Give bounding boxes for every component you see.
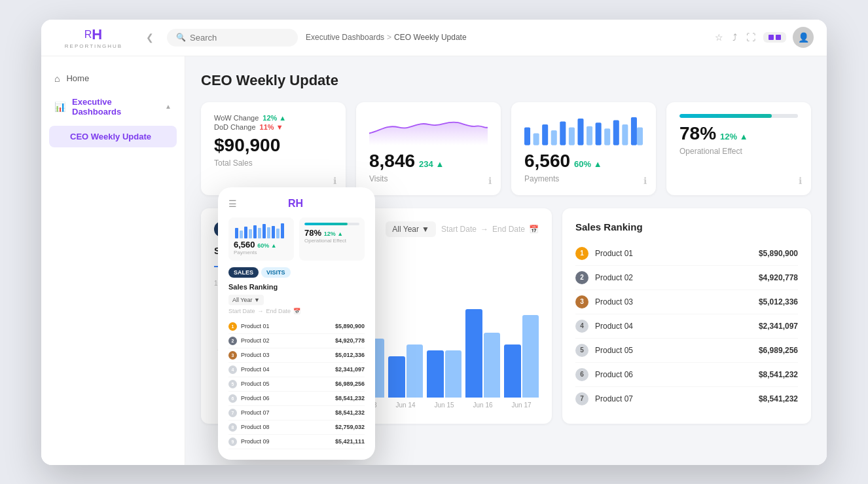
mobile-progress-fill [304,223,348,225]
mobile-rank-row-2: 2 Product 02 $4,920,778 [228,334,365,348]
rank-badge-5: 5 [575,344,588,357]
operational-progress-fill [679,114,772,118]
ranking-row-4: 4 Product 04 $2,341,097 [575,314,798,339]
expand-icon[interactable]: ⛶ [745,31,757,44]
rank-badge-7: 7 [575,392,588,405]
kpi-main-value-payments: 6,560 60% ▲ [524,151,643,172]
mobile-arrow: → [258,308,264,314]
collapse-sidebar-button[interactable]: ❮ [141,29,159,45]
visits-sparkline [369,114,488,147]
breadcrumb-separator: > [387,33,391,42]
ranking-row-5: 5 Product 05 $6,989,256 [575,339,798,363]
rank-name-5: Product 05 [595,346,759,355]
kpi-card-total-sales: WoW Change 12% ▲ DoD Change 11% ▼ $90,90… [201,102,346,195]
mobile-year-select[interactable]: All Year ▼ [228,295,264,305]
kpi-label-operational: Operational Effect [679,147,798,156]
rank-badge-1: 1 [575,247,588,260]
kpi-sub-visits: 234 ▲ [419,159,444,169]
sidebar-label-home: Home [66,73,89,83]
kpi-main-value-sales: $90,900 [214,135,333,156]
main-layout: ⌂ Home 📊 Executive Dashboards ▲ CEO Week… [41,56,827,465]
kpi-sub-payments: 60% ▲ [574,159,602,169]
svg-rect-3 [551,130,557,145]
avatar[interactable]: 👤 [793,27,814,48]
sidebar-item-home[interactable]: ⌂ Home [41,67,185,90]
kpi-main-value-operational: 78% 12% ▲ [679,123,798,144]
star-icon[interactable]: ☆ [714,31,725,44]
rank-badge-3: 3 [575,295,588,308]
top-actions: ☆ ⤴ ⛶ 👤 [714,27,814,48]
operational-progress-bar [679,114,798,118]
year-select[interactable]: All Year ▼ [386,221,436,237]
rank-name-1: Product 01 [595,249,759,258]
mobile-rank-val-8: $2,759,032 [335,424,365,430]
mobile-rank-name-2: Product 02 [241,337,335,344]
svg-rect-4 [560,121,566,145]
svg-rect-2 [542,124,548,145]
kpi-wow-label: WoW Change [214,114,259,122]
mobile-rank-name-4: Product 04 [241,366,335,373]
mobile-tab-visits[interactable]: VISITS [261,267,291,278]
mobile-rank-val-3: $5,012,336 [335,352,365,358]
info-icon-operational[interactable]: ℹ [799,176,802,186]
dashboards-icon: 📊 [54,102,65,112]
mobile-ranking-list: 1 Product 01 $5,890,900 2 Product 02 $4,… [228,320,365,449]
rank-value-1: $5,890,900 [759,249,798,258]
rank-value-4: $2,341,097 [759,322,798,331]
kpi-main-value-visits: 8,846 234 ▲ [369,151,488,172]
mobile-menu-icon: ☰ [228,198,237,209]
kpi-sub-operational: 12% ▲ [720,132,748,141]
mobile-rank-name-9: Product 09 [241,438,335,445]
mobile-operational-label: Operational Effect [304,238,359,244]
bar-group-7 [504,315,539,398]
mobile-rank-row-3: 3 Product 03 $5,012,336 [228,348,365,363]
mobile-kpi-operational: 78% 12% ▲ Operational Effect [299,217,365,261]
svg-rect-1 [533,133,539,145]
bar-prev-4 [407,344,424,398]
mobile-rank-8: 8 [228,423,237,432]
sidebar-item-executive-dashboards[interactable]: 📊 Executive Dashboards ▲ [41,90,185,123]
start-date-label[interactable]: Start Date [441,225,477,234]
mobile-rank-row-9: 9 Product 09 $5,421,111 [228,435,365,449]
share-icon[interactable]: ⤴ [731,31,738,44]
mobile-rank-3: 3 [228,351,237,360]
info-icon-payments[interactable]: ℹ [643,176,647,186]
bar-label-6: Jun 16 [465,401,500,409]
svg-rect-14 [235,228,238,238]
mobile-payments-val: 6,560 60% ▲ [234,240,289,250]
svg-rect-8 [596,122,602,145]
layout-toggle-button[interactable] [763,32,786,43]
info-icon-sales[interactable]: ℹ [333,176,336,186]
svg-rect-9 [604,128,610,145]
mobile-tab-sales[interactable]: SALES [228,267,259,278]
svg-rect-10 [613,120,619,145]
mobile-rank-name-6: Product 06 [241,395,335,401]
mobile-preview: ☰ RH [218,187,375,460]
bar-label-4: Jun 14 [388,401,423,409]
mobile-rank-val-1: $5,890,900 [335,323,365,329]
kpi-dod-row: DoD Change 11% ▼ [214,123,333,131]
bar-current-4 [388,356,405,398]
logo-h: H [92,26,103,43]
breadcrumb: Executive Dashboards > CEO Weekly Update [306,33,467,42]
search-bar[interactable]: 🔍 [167,29,298,47]
sidebar-subitem-ceo-weekly[interactable]: CEO Weekly Update [49,126,177,147]
end-date-label[interactable]: End Date [492,225,525,234]
rank-value-7: $8,541,232 [759,394,798,403]
sidebar-label-exec-dash: Executive Dashboards [72,97,158,117]
mobile-date-range: Start Date → End Date 📅 [228,308,365,314]
mobile-logo: RH [288,198,303,210]
info-icon-visits[interactable]: ℹ [488,176,492,186]
content-area: CEO Weekly Update WoW Change 12% ▲ DoD C… [185,56,827,465]
mobile-rank-row-8: 8 Product 08 $2,759,032 [228,420,365,435]
mobile-operational-val: 78% 12% ▲ [304,228,359,238]
kpi-wow-value: 12% ▲ [262,114,286,122]
kpi-dod-label: DoD Change [214,123,256,131]
kpi-label-payments: Payments [524,174,643,183]
breadcrumb-parent[interactable]: Executive Dashboards [306,33,384,42]
search-input[interactable] [190,33,281,43]
ranking-row-6: 6 Product 06 $8,541,232 [575,363,798,387]
mobile-rank-4: 4 [228,365,237,374]
rank-value-2: $4,920,778 [759,273,798,282]
calendar-icon[interactable]: 📅 [529,225,539,234]
